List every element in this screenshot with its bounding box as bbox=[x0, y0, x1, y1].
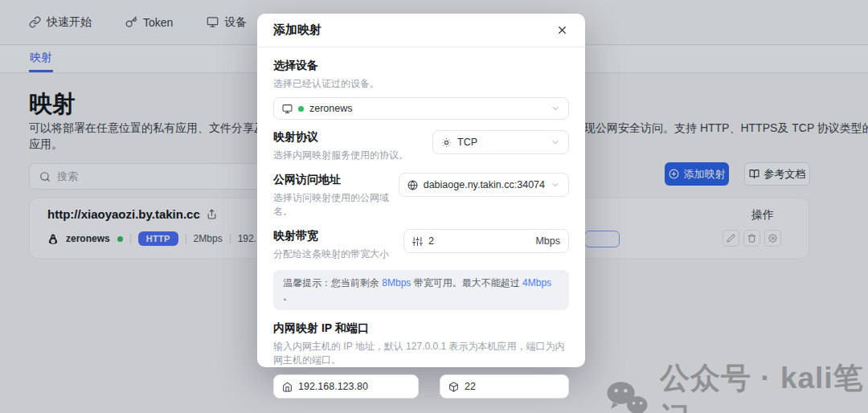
protocol-row: 映射协议 选择内网映射服务使用的协议。 TCP bbox=[273, 130, 569, 162]
notice-text: 。 bbox=[283, 291, 293, 302]
bandwidth-input-wrap: Mbps bbox=[403, 229, 569, 253]
bandwidth-section-hint: 分配给这条映射的带宽大小 bbox=[273, 247, 389, 261]
watermark-text: 公众号 · kali笔记 bbox=[660, 358, 868, 413]
protocol-section-label: 映射协议 bbox=[273, 130, 408, 145]
wechat-icon bbox=[604, 380, 649, 413]
port-box-icon bbox=[448, 382, 459, 392]
internal-section-hint: 输入内网主机的 IP 地址，默认 127.0.0.1 表示为本机应用，端口为内网… bbox=[273, 340, 569, 367]
chevron-down-icon bbox=[551, 137, 560, 147]
add-mapping-modal: 添加映射 选择设备 选择已经认证过的设备。 zeronews 映射协议 选择内网… bbox=[257, 14, 585, 367]
modal-title: 添加映射 bbox=[273, 22, 321, 38]
protocol-select[interactable]: TCP bbox=[432, 130, 569, 154]
watermark: 公众号 · kali笔记 bbox=[604, 358, 868, 413]
internal-port-input[interactable] bbox=[465, 381, 560, 392]
domain-select[interactable]: dabiaoge.ny.takin.cc:34074 bbox=[399, 173, 569, 197]
online-status-dot bbox=[298, 106, 304, 112]
home-icon bbox=[282, 382, 293, 392]
globe-icon bbox=[407, 180, 418, 190]
internal-ip-input[interactable] bbox=[298, 381, 410, 392]
modal-header: 添加映射 bbox=[257, 14, 585, 47]
internal-inputs-row bbox=[273, 374, 569, 399]
close-icon[interactable] bbox=[556, 24, 569, 37]
scan-square-icon bbox=[441, 137, 452, 148]
chevron-down-icon bbox=[551, 104, 560, 113]
bandwidth-section-label: 映射带宽 bbox=[273, 229, 389, 243]
device-section-hint: 选择已经认证过的设备。 bbox=[273, 77, 569, 91]
app-window: 快速开始 Token 设备 域名 映射 映射 可以将部署在任意位置的私有应用、文… bbox=[0, 0, 868, 413]
sliders-icon bbox=[412, 236, 423, 247]
domain-select-value: dabiaoge.ny.takin.cc:34074 bbox=[424, 179, 545, 190]
internal-port-wrap bbox=[440, 374, 569, 399]
monitor-icon bbox=[282, 104, 293, 114]
protocol-section-hint: 选择内网映射服务使用的协议。 bbox=[273, 149, 408, 162]
bandwidth-row: 映射带宽 分配给这条映射的带宽大小 Mbps bbox=[273, 229, 569, 261]
domain-section-label: 公网访问地址 bbox=[273, 173, 399, 187]
device-select[interactable]: zeronews bbox=[273, 97, 569, 120]
device-select-value: zeronews bbox=[309, 103, 353, 114]
notice-text: 温馨提示：您当前剩余 bbox=[283, 277, 382, 288]
notice-max-value: 4Mbps bbox=[522, 277, 551, 288]
protocol-select-value: TCP bbox=[457, 137, 477, 148]
domain-section-hint: 选择访问映射使用的公网域名。 bbox=[273, 191, 399, 219]
domain-row: 公网访问地址 选择访问映射使用的公网域名。 dabiaoge.ny.takin.… bbox=[273, 173, 569, 219]
device-section-label: 选择设备 bbox=[273, 59, 569, 73]
notice-text: 带宽可用。最大不能超过 bbox=[411, 277, 522, 288]
bandwidth-notice: 温馨提示：您当前剩余 8Mbps 带宽可用。最大不能超过 4Mbps 。 bbox=[273, 270, 569, 310]
bandwidth-input[interactable] bbox=[428, 235, 530, 247]
notice-available-value: 8Mbps bbox=[382, 277, 411, 288]
bandwidth-unit: Mbps bbox=[535, 235, 560, 247]
internal-section-label: 内网映射 IP 和端口 bbox=[273, 321, 569, 336]
internal-ip-wrap bbox=[273, 374, 419, 399]
modal-body: 选择设备 选择已经认证过的设备。 zeronews 映射协议 选择内网映射服务使… bbox=[257, 47, 585, 399]
chevron-down-icon bbox=[551, 180, 560, 190]
